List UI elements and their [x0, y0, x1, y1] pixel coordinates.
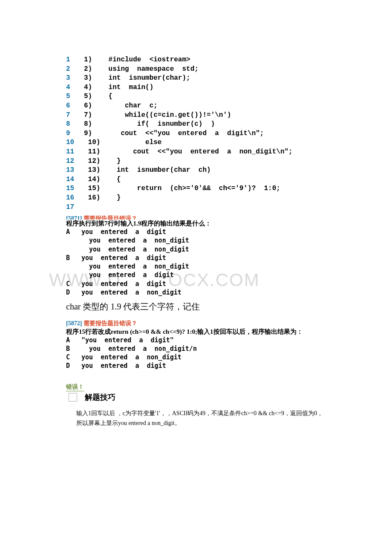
- line-number: 13: [66, 166, 84, 175]
- code-text: 2) using namespace std;: [84, 65, 199, 74]
- question-stem: 程序15行若改成return (ch>=0 && ch<=9)? 1:0;输入1…: [66, 328, 326, 336]
- line-number: 15: [66, 184, 84, 194]
- code-block: 11) #include <iostream> 22) using namesp…: [66, 55, 326, 212]
- option-label: B: [66, 344, 81, 353]
- code-line: 12 12) }: [66, 157, 326, 166]
- code-line: 15 15) return (ch>='0'&& ch<='9')? 1:0;: [66, 184, 326, 194]
- line-number: 4: [66, 83, 84, 92]
- question-id: [5871]: [66, 215, 82, 220]
- code-text: 9) cout <<"you entered a digit\n";: [84, 129, 264, 139]
- question-id: [5872]: [66, 320, 82, 327]
- code-line: 17: [66, 203, 326, 212]
- code-text: 15) return (ch>='0'&& ch<='9')? 1:0;: [84, 184, 280, 194]
- checkbox-icon: [69, 393, 77, 402]
- line-number: 9: [66, 129, 84, 139]
- code-text: 12) }: [84, 157, 121, 166]
- error-label: 错误！: [66, 383, 84, 391]
- line-number: 1: [66, 55, 84, 65]
- code-line: 11) #include <iostream>: [66, 55, 326, 65]
- option-text: you entered a non_digit: [81, 245, 189, 254]
- explanation-text: 输入1回车以后 ，c为字符变量'1'，，ASCII码为49，不满足条件ch>=0…: [66, 408, 326, 429]
- question-header: [5872] 需要报告题目错误？: [66, 319, 326, 328]
- option-text: you entered a non_digit: [81, 288, 182, 297]
- option-label: C: [66, 353, 81, 361]
- option-text: you entered a non_digit/n: [81, 344, 197, 353]
- code-line: 55) {: [66, 92, 326, 101]
- option-text: you entered a digit: [81, 271, 174, 279]
- option-a-cont: you entered a non_digit: [66, 245, 326, 254]
- code-line: 77) while((c=cin.get())!='\n'): [66, 111, 326, 120]
- code-line: 14 14) {: [66, 175, 326, 185]
- line-number: 16: [66, 194, 84, 203]
- code-line: 13 13) int isnumber(char ch): [66, 166, 326, 175]
- option-text: you entered a digit: [81, 228, 166, 236]
- option-d: Dyou entered a non_digit: [66, 288, 326, 297]
- option-label: C: [66, 280, 81, 288]
- option-text: you entered a non_digit: [81, 262, 189, 271]
- tips-header: 解题技巧: [66, 392, 326, 402]
- code-text: 16) }: [84, 194, 121, 203]
- line-number: 7: [66, 111, 84, 120]
- line-number: 8: [66, 120, 84, 129]
- option-text: you entered a digit: [81, 361, 166, 370]
- option-text: you entered a digit: [81, 280, 166, 288]
- option-b-cont: you entered a digit: [66, 271, 326, 279]
- code-text: 10) else: [84, 138, 161, 147]
- code-line: 44) int main(): [66, 83, 326, 92]
- code-line: 88) if( isnumber(c) ): [66, 120, 326, 129]
- code-text: 7) while((c=cin.get())!='\n'): [84, 111, 231, 120]
- author-note: char 类型的 1.9 代表三个字符，记住: [66, 301, 326, 312]
- option-label: A: [66, 336, 81, 344]
- code-line: 22) using namespace std;: [66, 65, 326, 74]
- code-line: 33) int isnumber(char);: [66, 74, 326, 83]
- line-number: 11: [66, 147, 84, 157]
- option-a: Ayou entered a digit: [66, 228, 326, 236]
- option-d: Dyou entered a digit: [66, 361, 326, 370]
- option-c: Cyou entered a non_digit: [66, 353, 326, 361]
- option-text: "you entered a digit": [81, 336, 174, 344]
- option-text: you entered a non_digit: [81, 353, 182, 361]
- line-number: 3: [66, 74, 84, 83]
- option-label: A: [66, 228, 81, 236]
- tips-label: 解题技巧: [85, 392, 115, 402]
- code-line: 10 10) else: [66, 138, 326, 147]
- code-line: 11 11) cout <<"you entered a non_digit\n…: [66, 147, 326, 157]
- option-text: you entered a non_digit: [81, 236, 189, 245]
- line-number: 17: [66, 203, 84, 212]
- line-number: 10: [66, 138, 84, 147]
- code-text: 14) {: [84, 175, 121, 185]
- option-a-cont: you entered a non_digit: [66, 236, 326, 245]
- report-error-link[interactable]: 需要报告题目错误？: [84, 320, 137, 327]
- question-stem: 程序执行到第7行时输入1.9程序的输出结果是什么：: [66, 220, 326, 228]
- code-text: 4) int main(): [84, 83, 153, 92]
- option-label: D: [66, 288, 81, 297]
- question-options: A"you entered a digit" B you entered a n…: [66, 336, 326, 370]
- option-b: Byou entered a digit: [66, 254, 326, 262]
- code-text: 6) char c;: [84, 101, 158, 111]
- line-number: 6: [66, 101, 84, 111]
- option-b: B you entered a non_digit/n: [66, 344, 326, 353]
- line-number: 14: [66, 175, 84, 185]
- code-text: 3) int isnumber(char);: [84, 74, 190, 83]
- code-text: 13) int isnumber(char ch): [84, 166, 211, 175]
- code-line: 99) cout <<"you entered a digit\n";: [66, 129, 326, 139]
- option-c: Cyou entered a digit: [66, 280, 326, 288]
- report-error-link[interactable]: 需要报告题目错误？: [84, 215, 137, 220]
- option-a: A"you entered a digit": [66, 336, 326, 344]
- line-number: 5: [66, 92, 84, 101]
- code-text: 8) if( isnumber(c) ): [84, 120, 215, 129]
- code-text: 1) #include <iostream>: [84, 55, 190, 65]
- option-b-cont: you entered a non_digit: [66, 262, 326, 271]
- option-label: D: [66, 361, 81, 370]
- code-text: 5) {: [84, 92, 112, 101]
- option-label: B: [66, 254, 81, 262]
- option-text: you entered a digit: [81, 254, 166, 262]
- line-number: 12: [66, 157, 84, 166]
- code-line: 66) char c;: [66, 101, 326, 111]
- code-line: 16 16) }: [66, 194, 326, 203]
- line-number: 2: [66, 65, 84, 74]
- question-header: [5871] 需要报告题目错误？: [66, 214, 326, 220]
- code-text: 11) cout <<"you entered a non_digit\n";: [84, 147, 293, 157]
- question-options: Ayou entered a digit you entered a non_d…: [66, 228, 326, 297]
